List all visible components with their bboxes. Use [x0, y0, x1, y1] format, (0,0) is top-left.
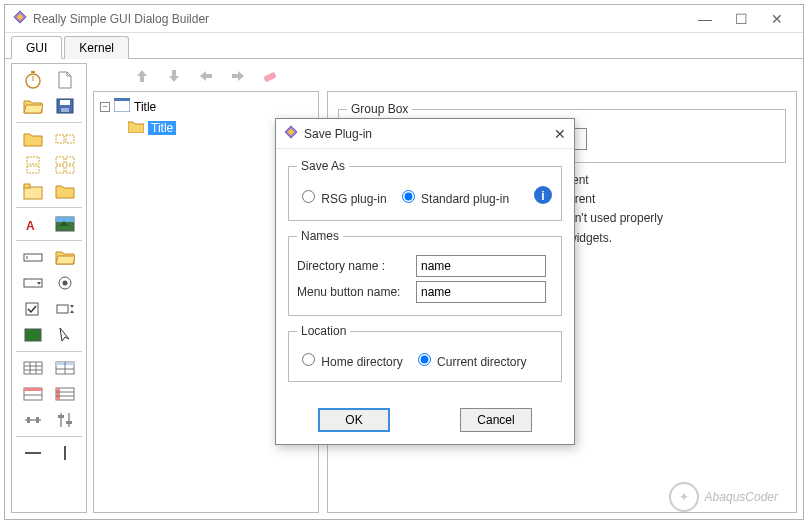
names-legend: Names	[297, 229, 343, 243]
ok-button[interactable]: OK	[318, 408, 390, 432]
svg-rect-4	[31, 71, 35, 73]
spinner-icon[interactable]	[54, 299, 76, 319]
radio-current[interactable]: Current directory	[413, 350, 527, 369]
radio-standard[interactable]: Standard plug-in	[397, 187, 509, 206]
cancel-button[interactable]: Cancel	[460, 408, 532, 432]
maximize-button[interactable]: ☐	[723, 11, 759, 27]
svg-rect-15	[66, 166, 74, 173]
tab-gui[interactable]: GUI	[11, 36, 62, 59]
window-icon	[114, 98, 130, 115]
list2-icon[interactable]	[54, 384, 76, 404]
svg-rect-43	[24, 388, 42, 391]
tree-node-root[interactable]: − Title	[100, 98, 312, 115]
names-group: Names Directory name : Menu button name:	[288, 229, 562, 316]
colorbox-icon[interactable]	[22, 325, 44, 345]
svg-text:i: i	[541, 189, 544, 203]
tree-child-label: Title	[148, 121, 176, 135]
slider-h-icon[interactable]	[22, 410, 44, 430]
arrow-right-icon[interactable]	[229, 67, 247, 88]
minimize-button[interactable]: —	[687, 11, 723, 27]
open-folder-icon[interactable]	[22, 96, 44, 116]
radio-home[interactable]: Home directory	[297, 350, 403, 369]
svg-rect-14	[56, 166, 64, 173]
svg-rect-29	[57, 305, 68, 313]
svg-rect-6	[60, 100, 70, 105]
close-button[interactable]: ✕	[759, 11, 795, 27]
svg-rect-8	[56, 135, 64, 143]
slider-v-icon[interactable]	[54, 410, 76, 430]
svg-rect-28	[26, 303, 38, 315]
svg-rect-12	[56, 157, 64, 164]
svg-rect-13	[66, 157, 74, 164]
tab-widget-icon[interactable]	[22, 181, 44, 201]
watermark-text: AbaqusCoder	[705, 490, 778, 504]
save-icon[interactable]	[54, 96, 76, 116]
new-file-icon[interactable]	[54, 70, 76, 90]
dir-name-input[interactable]	[416, 255, 546, 277]
hsep-icon[interactable]	[22, 443, 44, 463]
watermark: ✦ AbaqusCoder	[669, 482, 778, 512]
app-icon	[13, 10, 33, 27]
dir-name-label: Directory name :	[297, 259, 412, 273]
menu-name-input[interactable]	[416, 281, 546, 303]
vgroup-icon[interactable]	[22, 155, 44, 175]
arrow-down-icon[interactable]	[165, 67, 183, 88]
save-as-group: Save As RSG plug-in Standard plug-in i	[288, 159, 562, 221]
tab-kernel[interactable]: Kernel	[64, 36, 129, 59]
save-plugin-dialog: Save Plug-in ✕ Save As RSG plug-in Stand…	[275, 118, 575, 445]
info-icon[interactable]: i	[533, 185, 553, 208]
svg-rect-10	[27, 157, 39, 164]
image-icon[interactable]	[54, 214, 76, 234]
browse-icon[interactable]	[54, 247, 76, 267]
eraser-icon[interactable]	[261, 67, 279, 88]
svg-rect-46	[56, 388, 60, 400]
dialog-titlebar: Save Plug-in ✕	[276, 119, 574, 149]
tab-bar: GUI Kernel	[5, 33, 803, 59]
collapse-icon[interactable]: −	[100, 102, 110, 112]
stopwatch-icon[interactable]	[22, 70, 44, 90]
svg-rect-53	[58, 415, 64, 418]
svg-rect-9	[66, 135, 74, 143]
dropdown-icon[interactable]	[22, 273, 44, 293]
svg-rect-33	[24, 362, 42, 374]
folder2-icon[interactable]	[54, 181, 76, 201]
arrow-left-icon[interactable]	[197, 67, 215, 88]
folder-tree-icon	[128, 119, 144, 136]
tree-root-label: Title	[134, 100, 156, 114]
titlebar: Really Simple GUI Dialog Builder — ☐ ✕	[5, 5, 803, 33]
dialog-title: Save Plug-in	[304, 127, 554, 141]
dialog-app-icon	[284, 125, 304, 142]
pointer-icon[interactable]	[54, 325, 76, 345]
groupbox-legend: Group Box	[347, 102, 412, 116]
dialog-close-icon[interactable]: ✕	[554, 126, 566, 142]
vsep-icon[interactable]	[54, 443, 76, 463]
svg-marker-30	[70, 305, 74, 308]
svg-rect-20	[56, 217, 74, 222]
list1-icon[interactable]	[22, 384, 44, 404]
svg-point-27	[63, 281, 68, 286]
widget-palette: A	[11, 63, 87, 513]
radio-rsg[interactable]: RSG plug-in	[297, 187, 387, 206]
svg-rect-11	[27, 166, 39, 173]
svg-rect-58	[263, 71, 276, 82]
svg-rect-17	[24, 184, 30, 188]
checkbox-icon[interactable]	[22, 299, 44, 319]
watermark-logo-icon: ✦	[669, 482, 699, 512]
save-as-legend: Save As	[297, 159, 349, 173]
hgroup-icon[interactable]	[54, 129, 76, 149]
text-icon[interactable]: A	[22, 214, 44, 234]
table1-icon[interactable]	[22, 358, 44, 378]
arrow-up-icon[interactable]	[133, 67, 151, 88]
toolbar	[93, 63, 797, 91]
svg-rect-60	[114, 98, 130, 101]
menu-name-label: Menu button name:	[297, 285, 412, 299]
textfield-icon[interactable]	[22, 247, 44, 267]
svg-rect-51	[36, 417, 39, 423]
table2-icon[interactable]	[54, 358, 76, 378]
radio-icon[interactable]	[54, 273, 76, 293]
svg-marker-31	[70, 310, 74, 313]
svg-rect-16	[24, 187, 42, 199]
location-group: Location Home directory Current director…	[288, 324, 562, 382]
grid-icon[interactable]	[54, 155, 76, 175]
folder-icon[interactable]	[22, 129, 44, 149]
